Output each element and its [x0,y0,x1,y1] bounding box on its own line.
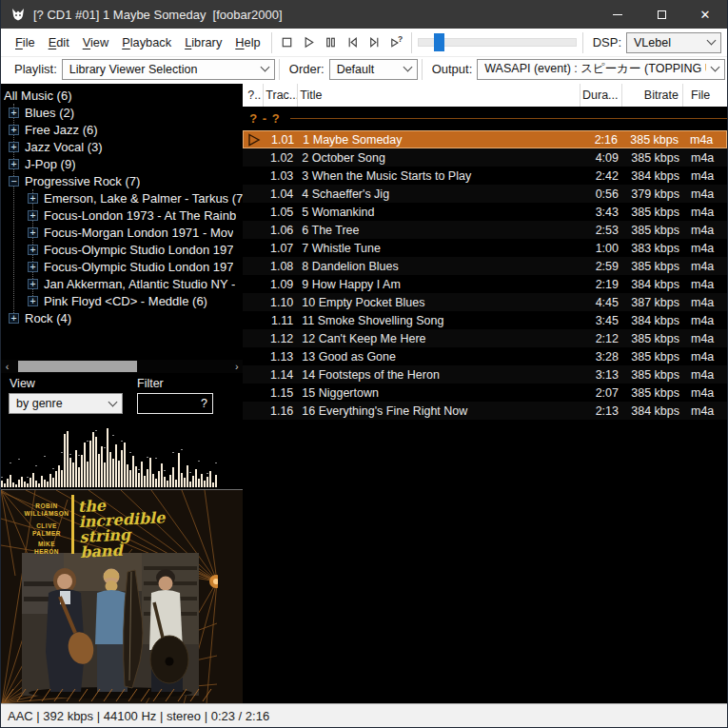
titlebar[interactable]: [? CD1 #01] 1 Maybe Someday [foobar2000]… [1,0,727,29]
playlist-row[interactable]: 1.1616 Everything's Fine Right Now2:1338… [243,402,727,420]
column-header-file[interactable]: File [683,84,727,107]
spectrum-bar [12,482,14,487]
column-header-playing[interactable]: ?.. [243,84,264,107]
tree-item[interactable]: +Focus-Olympic Studio London 197 [1,241,243,258]
menu-help[interactable]: Help [228,35,266,49]
playlist-row[interactable]: 1.1212 Can't Keep Me Here2:12385 kbpsm4a [243,329,727,347]
tree-item[interactable]: +Jan Akkerman, Atlantic Studio NY - [1,275,243,292]
spectrum-bar [158,471,160,487]
tree-item[interactable]: +Focus-Morgan London 1971 - Mov [1,224,243,241]
cell-title: 8 Dandelion Blues [298,260,580,273]
album-artist-name: MIKE [38,541,55,547]
tree-item[interactable]: +Focus-Olympic Studio London 197 [1,258,243,275]
toolbar-separator [279,59,280,80]
group-header[interactable]: ? - ? [243,107,727,130]
expand-icon[interactable]: + [9,313,19,324]
next-icon [366,34,383,50]
playlist-row[interactable]: 1.1515 Niggertown2:07385 kbpsm4a [243,384,727,402]
output-label: Output: [432,62,473,76]
hscroll-track[interactable] [13,360,230,373]
cell-file: m4a [683,151,727,165]
playlist-row[interactable]: 1.011 Maybe Someday2:16385 kbpsm4a [243,130,727,148]
tree-item[interactable]: +Rock (4) [1,309,243,326]
expand-icon[interactable]: + [28,227,38,238]
tree-item[interactable]: +Jazz Vocal (3) [1,138,243,155]
hscroll-thumb[interactable] [18,361,137,372]
expand-icon[interactable]: + [28,279,38,289]
playlist-row[interactable]: 1.033 When the Music Starts to Play2:423… [243,167,727,185]
dsp-select[interactable]: VLebel [626,32,721,53]
cell-track: 1.14 [264,368,298,382]
playlist-row[interactable]: 1.099 How Happy I Am2:19384 kbpsm4a [243,275,727,293]
column-header-duration[interactable]: Dura... [580,84,622,107]
spectrum-bar [1,481,3,487]
spectrum-visualizer[interactable] [1,420,243,489]
seek-thumb[interactable] [434,33,444,51]
playlist-row[interactable]: 1.1414 Footsteps of the Heron3:13385 kbp… [243,365,727,384]
cell-dur: 3:13 [580,368,622,382]
menu-edit[interactable]: Edit [42,35,76,49]
tree-item[interactable]: All Music (6) [1,87,243,104]
playlist-row[interactable]: 1.077 Whistle Tune1:00383 kbpsm4a [243,239,727,257]
playlist-row[interactable]: 1.044 Schaeffer's Jig0:56379 kbpsm4a [243,185,727,203]
playlist-row[interactable]: 1.088 Dandelion Blues2:59385 kbpsm4a [243,257,727,275]
playlist-row[interactable]: 1.055 Womankind3:43385 kbpsm4a [243,203,727,221]
tree-item[interactable]: +Free Jazz (6) [1,121,243,138]
expand-icon[interactable]: + [28,296,38,306]
column-header-title[interactable]: Title [298,84,580,107]
spectrum-bar [189,482,191,487]
cell-br: 385 kbps [621,133,682,147]
output-select[interactable]: WASAPI (event) : スピーカー (TOPPING USB DAC [477,59,725,80]
expand-icon[interactable]: + [9,125,19,135]
expand-icon[interactable]: + [28,245,38,255]
album-art[interactable]: ROBIN WILLIAMSON CLIVE PALMER MIKE HERON… [1,489,243,703]
cell-file: m4a [683,187,727,201]
column-header-bitrate[interactable]: Bitrate [622,84,683,107]
close-button[interactable]: ✕ [683,0,727,29]
previous-button[interactable] [342,31,364,54]
playlist-row[interactable]: 1.1111 Smoke Shovelling Song3:45384 kbps… [243,311,727,329]
tree-item[interactable]: +J-Pop (9) [1,155,243,172]
tree-item[interactable]: +Pink Floyd <CD> - Meddle (6) [1,292,243,309]
tree-item[interactable]: −Progressive Rock (7) [1,172,243,189]
seek-track[interactable] [418,38,577,47]
menu-file[interactable]: File [9,35,42,49]
spectrum-peak [164,470,166,471]
playlist-select[interactable]: Library Viewer Selection [62,59,275,80]
menu-view[interactable]: View [76,35,116,49]
filter-input[interactable]: ? [137,393,213,414]
playlist-row[interactable]: 1.022 October Song4:09385 kbpsm4a [243,148,727,167]
tree-item[interactable]: +Blues (2) [1,104,243,121]
playlist-row[interactable]: 1.066 The Tree2:53385 kbpsm4a [243,221,727,239]
playlist-value: Library Viewer Selection [69,63,256,76]
playlist-row[interactable]: 1.1010 Empty Pocket Blues4:45387 kbpsm4a [243,293,727,311]
menu-library[interactable]: Library [178,35,228,49]
maximize-button[interactable] [639,0,683,29]
view-select[interactable]: by genre [9,393,123,414]
column-header-track[interactable]: Trac... [264,84,298,107]
next-button[interactable] [364,31,385,54]
expand-icon[interactable]: + [28,210,38,221]
minimize-button[interactable] [596,0,639,29]
random-button[interactable]: ? [385,31,407,54]
expand-icon[interactable]: + [28,193,38,204]
scroll-right-icon[interactable]: › [230,360,243,373]
tree-item[interactable]: +Emerson, Lake & Palmer - Tarkus (7 [1,189,243,207]
menu-playback[interactable]: Playback [115,35,178,49]
pause-button[interactable] [320,31,342,54]
expand-icon[interactable]: + [9,159,19,169]
stop-button[interactable] [276,31,298,54]
scroll-left-icon[interactable]: ‹ [1,360,13,373]
collapse-icon[interactable]: − [9,176,19,187]
expand-icon[interactable]: + [9,142,19,152]
tree-hscrollbar[interactable]: ‹ › [1,360,243,373]
expand-icon[interactable]: + [9,108,19,118]
expand-icon[interactable]: + [28,262,38,272]
cell-title: 9 How Happy I Am [298,278,580,291]
tree-item[interactable]: +Focus-London 1973 - At The Rainb [1,207,243,224]
order-select[interactable]: Default [329,59,418,80]
playlist-row[interactable]: 1.1313 Good as Gone3:28385 kbpsm4a [243,347,727,365]
seek-slider[interactable] [416,31,579,54]
play-button[interactable] [298,31,320,54]
cell-track: 1.07 [264,242,298,255]
